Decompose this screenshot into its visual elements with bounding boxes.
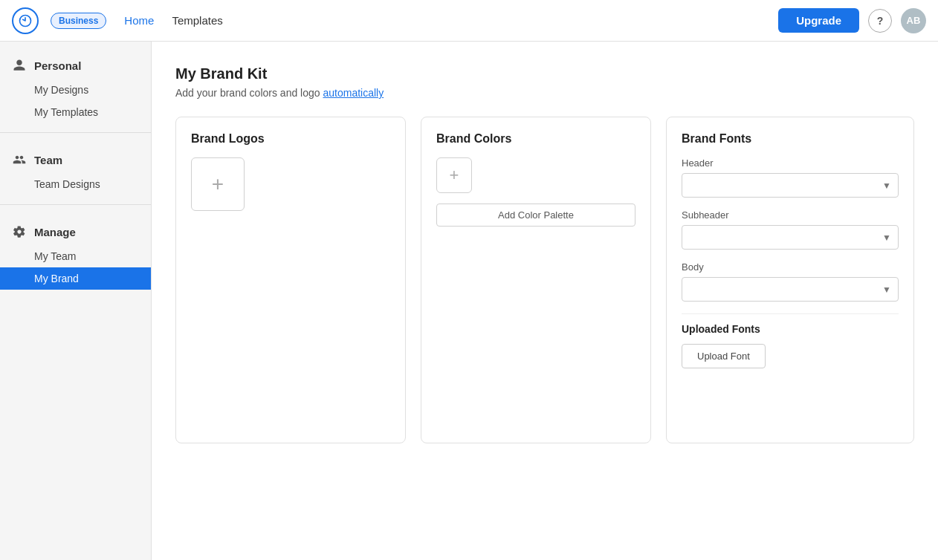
- upload-font-button[interactable]: Upload Font: [682, 344, 766, 368]
- sidebar-item-my-designs[interactable]: My Designs: [0, 79, 151, 101]
- sidebar-item-my-templates[interactable]: My Templates: [0, 101, 151, 123]
- personal-title: Personal: [34, 59, 81, 72]
- sidebar-item-team-designs[interactable]: Team Designs: [0, 173, 151, 195]
- body-font-label: Body: [682, 261, 899, 273]
- group-icon: [12, 152, 27, 167]
- sidebar-section-team: Team Team Designs: [0, 136, 151, 201]
- person-icon: [12, 58, 27, 73]
- sidebar-section-personal: Personal My Designs My Templates: [0, 42, 151, 129]
- page-title: My Brand Kit: [175, 65, 914, 82]
- body-font-select[interactable]: [682, 277, 899, 302]
- team-title: Team: [34, 154, 62, 166]
- brand-colors-title: Brand Colors: [436, 132, 635, 146]
- add-color-palette-button[interactable]: Add Color Palette: [436, 204, 635, 227]
- brand-logos-card: Brand Logos +: [175, 117, 406, 443]
- help-button[interactable]: ?: [868, 9, 892, 33]
- brand-fonts-title: Brand Fonts: [682, 132, 899, 146]
- main-content: My Brand Kit Add your brand colors and l…: [152, 42, 938, 560]
- app-header: Business Home Templates Upgrade ? AB: [0, 0, 938, 42]
- divider-2: [0, 204, 151, 205]
- add-color-button[interactable]: +: [436, 157, 472, 193]
- page-subtitle-text: Add your brand colors and logo: [175, 87, 323, 99]
- brand-colors-card: Brand Colors + Add Color Palette: [421, 117, 651, 443]
- sidebar-item-my-brand[interactable]: My Brand: [0, 267, 151, 290]
- body-layout: Personal My Designs My Templates Team Te…: [0, 42, 938, 560]
- brand-kit-grid: Brand Logos + Brand Colors + Add Color P…: [175, 117, 914, 443]
- sidebar-section-manage-header: Manage: [0, 220, 151, 245]
- brand-fonts-card: Brand Fonts Header ▼ Subheader ▼ Body: [666, 117, 914, 443]
- main-nav: Home Templates: [124, 11, 766, 30]
- manage-title: Manage: [34, 226, 76, 238]
- sidebar: Personal My Designs My Templates Team Te…: [0, 42, 152, 560]
- header-font-select[interactable]: [682, 173, 899, 198]
- page-subtitle: Add your brand colors and logo automatic…: [175, 87, 914, 99]
- avatar[interactable]: AB: [901, 8, 926, 33]
- app-logo: [12, 7, 39, 34]
- header-font-select-wrapper: ▼: [682, 173, 899, 198]
- gear-icon: [12, 224, 27, 239]
- business-badge: Business: [51, 13, 106, 29]
- sidebar-section-team-header: Team: [0, 148, 151, 173]
- sidebar-item-my-team[interactable]: My Team: [0, 245, 151, 267]
- sidebar-section-manage: Manage My Team My Brand: [0, 208, 151, 296]
- plus-icon-color: +: [450, 166, 459, 185]
- upgrade-button[interactable]: Upgrade: [778, 8, 859, 33]
- brand-logos-title: Brand Logos: [191, 132, 390, 146]
- body-font-select-wrapper: ▼: [682, 277, 899, 302]
- header-right: Upgrade ? AB: [778, 8, 926, 33]
- subheader-font-select[interactable]: [682, 225, 899, 250]
- uploaded-fonts-title: Uploaded Fonts: [682, 313, 899, 335]
- nav-templates[interactable]: Templates: [172, 11, 222, 30]
- add-logo-button[interactable]: +: [191, 157, 245, 211]
- header-font-label: Header: [682, 157, 899, 169]
- automatically-link[interactable]: automatically: [323, 87, 384, 99]
- nav-home[interactable]: Home: [124, 11, 154, 30]
- plus-icon: +: [212, 172, 224, 196]
- subheader-font-label: Subheader: [682, 209, 899, 221]
- divider-1: [0, 132, 151, 133]
- subheader-font-select-wrapper: ▼: [682, 225, 899, 250]
- sidebar-section-personal-header: Personal: [0, 53, 151, 79]
